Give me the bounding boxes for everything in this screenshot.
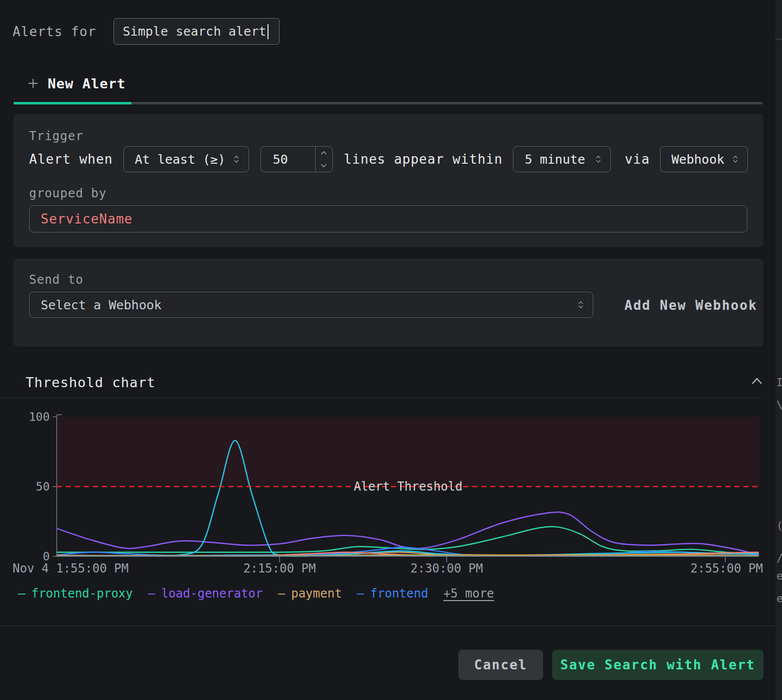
channel-value: Webhook bbox=[672, 152, 724, 167]
alert-threshold-label: Alert Threshold bbox=[354, 480, 463, 494]
chart-legend: —frontend-proxy—load-generator—payment—f… bbox=[18, 587, 494, 601]
condition-value: At least (≥) bbox=[135, 152, 226, 167]
plus-icon bbox=[28, 78, 39, 89]
legend-label: load-generator bbox=[161, 587, 263, 601]
condition-select[interactable]: At least (≥) bbox=[123, 146, 249, 172]
legend-item[interactable]: —frontend bbox=[357, 587, 428, 601]
chevron-down-icon bbox=[320, 163, 327, 168]
lines-appear-label: lines appear within bbox=[344, 152, 502, 167]
save-search-with-alert-button[interactable]: Save Search with Alert bbox=[552, 650, 763, 680]
chevron-updown-icon bbox=[232, 155, 240, 164]
clipped-glyph: e bbox=[776, 570, 782, 582]
legend-item[interactable]: —payment bbox=[278, 587, 342, 601]
webhook-select-value: Select a Webhook bbox=[41, 298, 162, 312]
threshold-chart-title: Threshold chart bbox=[26, 375, 156, 390]
chevron-up-icon bbox=[320, 151, 327, 155]
tab-new-alert-label: New Alert bbox=[48, 76, 125, 91]
alert-editor-panel: Alerts for Simple search alert New Alert… bbox=[0, 0, 782, 700]
legend-swatch: — bbox=[278, 587, 285, 601]
trigger-section-label: Trigger bbox=[29, 129, 83, 143]
x-axis-tick-label: 2:55:00 PM bbox=[691, 561, 763, 575]
window-select[interactable]: 5 minute bbox=[513, 146, 610, 172]
add-new-webhook-button[interactable]: Add New Webhook bbox=[624, 298, 757, 313]
clipped-edge-content: I\(/ee bbox=[775, 0, 782, 700]
legend-label: frontend bbox=[370, 587, 429, 601]
alert-name-input[interactable]: Simple search alert bbox=[113, 18, 280, 45]
alert-when-label: Alert when bbox=[29, 152, 113, 167]
webhook-select[interactable]: Select a Webhook bbox=[29, 292, 593, 318]
clipped-glyph: ( bbox=[776, 520, 782, 532]
threshold-zone bbox=[57, 417, 759, 487]
section-divider bbox=[0, 397, 764, 398]
count-value: 50 bbox=[261, 147, 315, 172]
clipped-edge-line bbox=[775, 39, 782, 40]
legend-item[interactable]: —frontend-proxy bbox=[18, 587, 133, 601]
alert-tabs: New Alert bbox=[14, 73, 762, 93]
clipped-glyph: / bbox=[776, 552, 782, 564]
send-to-panel: Send to Select a Webhook Add New Webhook bbox=[14, 259, 763, 346]
x-axis-tick-label: Nov 4 1:55:00 PM bbox=[13, 561, 128, 575]
legend-swatch: — bbox=[18, 587, 25, 601]
cancel-button[interactable]: Cancel bbox=[458, 650, 543, 680]
chevron-updown-icon bbox=[577, 300, 585, 309]
text-cursor bbox=[268, 24, 269, 39]
via-label: via bbox=[625, 152, 650, 167]
threshold-chart-svg: 050100Nov 4 1:55:00 PM2:15:00 PM2:30:00 … bbox=[0, 406, 782, 576]
trigger-panel: Trigger Alert when At least (≥) 50 bbox=[14, 114, 763, 247]
grouped-by-label: grouped by bbox=[29, 186, 107, 200]
alert-name-row: Alerts for Simple search alert bbox=[13, 18, 280, 45]
count-spinner bbox=[315, 147, 332, 172]
legend-swatch: — bbox=[148, 587, 155, 601]
grouped-by-value: ServiceName bbox=[41, 211, 133, 226]
spinner-up-button[interactable] bbox=[316, 147, 332, 159]
y-axis-tick-label: 50 bbox=[36, 480, 50, 493]
collapse-chevron-up-icon[interactable] bbox=[751, 377, 763, 386]
threshold-chart: 050100Nov 4 1:55:00 PM2:15:00 PM2:30:00 … bbox=[0, 406, 782, 576]
legend-more-link[interactable]: +5 more bbox=[443, 587, 494, 601]
x-axis-tick-label: 2:30:00 PM bbox=[411, 561, 483, 575]
trigger-condition-row: Alert when At least (≥) 50 bbox=[29, 146, 748, 172]
legend-label: frontend-proxy bbox=[31, 587, 133, 601]
legend-label: payment bbox=[291, 587, 342, 601]
grouped-by-input[interactable]: ServiceName bbox=[29, 205, 747, 232]
clipped-glyph: \ bbox=[776, 399, 782, 411]
alerts-for-label: Alerts for bbox=[13, 24, 96, 39]
chevron-updown-icon bbox=[594, 155, 602, 164]
active-tab-indicator bbox=[14, 102, 132, 104]
clipped-glyph: e bbox=[776, 593, 782, 605]
x-axis-tick-label: 2:15:00 PM bbox=[243, 561, 316, 575]
count-input[interactable]: 50 bbox=[260, 146, 333, 172]
send-to-label: Send to bbox=[29, 273, 83, 287]
tab-new-alert[interactable]: New Alert bbox=[14, 73, 762, 93]
y-axis-tick-label: 100 bbox=[29, 410, 50, 423]
spinner-down-button[interactable] bbox=[316, 159, 332, 172]
footer-divider bbox=[0, 626, 782, 626]
legend-swatch: — bbox=[357, 587, 364, 601]
chevron-updown-icon bbox=[731, 155, 739, 164]
window-value: 5 minute bbox=[525, 152, 585, 167]
clipped-glyph: I bbox=[776, 377, 782, 389]
alert-name-value: Simple search alert bbox=[123, 24, 267, 39]
channel-select[interactable]: Webhook bbox=[660, 146, 748, 172]
legend-item[interactable]: —load-generator bbox=[148, 587, 263, 601]
